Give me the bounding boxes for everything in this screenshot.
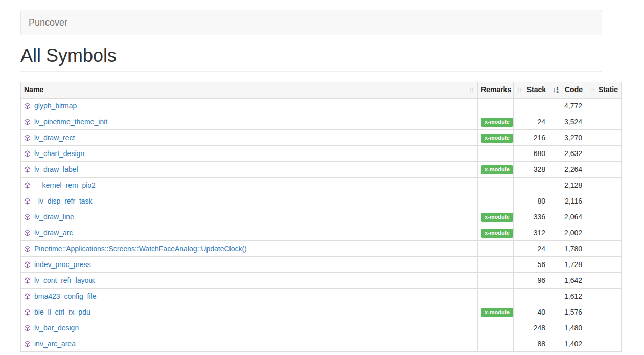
symbol-link[interactable]: _lv_disp_refr_task: [34, 196, 93, 206]
symbol-cube-icon: [24, 182, 31, 189]
column-header-static[interactable]: ↓↑ Static: [586, 82, 622, 98]
static-value: [586, 130, 622, 146]
code-value: 2,264: [549, 162, 586, 178]
stack-value: 328: [514, 162, 549, 178]
static-value: [586, 98, 622, 114]
column-header-name[interactable]: Name ↓↑: [21, 82, 478, 98]
sort-both-icon: ↓↑: [469, 85, 474, 95]
navbar: Puncover: [20, 10, 602, 35]
table-row: lv_draw_line x-module 336 2,064: [21, 209, 622, 225]
static-value: [586, 320, 622, 336]
code-value: 1,480: [549, 320, 586, 336]
symbols-table: Name ↓↑ Remarks ↓↑ Stack ↓za Code: [20, 82, 622, 352]
symbol-link[interactable]: inv_arc_area: [34, 339, 76, 349]
column-header-name-label: Name: [24, 85, 43, 95]
code-value: 2,632: [549, 146, 586, 162]
column-header-code[interactable]: ↓za Code: [549, 82, 586, 98]
stack-value: 24: [514, 241, 549, 257]
table-row: lv_chart_design 680 2,632: [21, 146, 622, 162]
sort-both-icon: ↓↑: [589, 85, 595, 95]
symbol-cube-icon: [24, 214, 31, 220]
page-container: Puncover All Symbols: [20, 10, 602, 72]
symbol-link[interactable]: lv_draw_label: [34, 165, 78, 174]
symbol-cube-icon: [24, 341, 31, 347]
code-value: 2,002: [549, 225, 586, 241]
table-row: bma423_config_file 1,612: [21, 289, 622, 304]
symbol-link[interactable]: indev_proc_press: [34, 260, 91, 270]
symbol-link[interactable]: ble_ll_ctrl_rx_pdu: [34, 307, 90, 317]
code-value: 1,728: [549, 257, 586, 273]
symbol-cube-icon: [24, 166, 31, 173]
static-value: [586, 146, 622, 162]
symbol-link[interactable]: lv_draw_rect: [34, 133, 75, 143]
static-value: [586, 257, 622, 273]
symbol-cube-icon: [24, 325, 31, 331]
stack-value: 40: [514, 304, 549, 320]
symbol-cube-icon: [24, 119, 31, 125]
table-row: __kernel_rem_pio2 2,128: [21, 178, 622, 193]
table-header-row: Name ↓↑ Remarks ↓↑ Stack ↓za Code: [21, 82, 622, 98]
symbol-link[interactable]: lv_pinetime_theme_init: [34, 117, 107, 127]
table-row: Pinetime::Applications::Screens::WatchFa…: [21, 241, 622, 257]
symbol-link[interactable]: __kernel_rem_pio2: [34, 181, 96, 190]
stack-value: [514, 289, 549, 304]
symbol-cube-icon: [24, 150, 31, 157]
sort-both-icon: ↓↑: [517, 85, 522, 95]
symbol-link[interactable]: glyph_bitmap: [34, 101, 77, 111]
symbol-cube-icon: [24, 261, 31, 268]
static-value: [586, 114, 622, 130]
symbol-cube-icon: [24, 277, 31, 284]
stack-value: [514, 98, 549, 114]
stack-value: 88: [514, 336, 549, 352]
stack-value: 312: [514, 225, 549, 241]
code-value: 1,402: [549, 336, 586, 352]
symbol-link[interactable]: bma423_config_file: [34, 292, 96, 301]
stack-value: 80: [514, 193, 549, 209]
xmodule-badge: x-module: [481, 213, 513, 222]
code-value: 1,642: [549, 273, 586, 289]
symbol-cube-icon: [24, 103, 31, 109]
static-value: [586, 304, 622, 320]
column-header-stack[interactable]: ↓↑ Stack: [514, 82, 549, 98]
symbol-link[interactable]: lv_bar_design: [34, 323, 79, 333]
navbar-brand[interactable]: Puncover: [21, 10, 75, 35]
xmodule-badge: x-module: [481, 134, 513, 143]
column-header-remarks[interactable]: Remarks: [478, 82, 514, 98]
table-row: lv_pinetime_theme_init x-module 24 3,524: [21, 114, 622, 130]
column-header-static-label: Static: [599, 85, 618, 95]
static-value: [586, 193, 622, 209]
symbol-cube-icon: [24, 198, 31, 205]
table-row: glyph_bitmap 4,772: [21, 98, 622, 114]
stack-value: 24: [514, 114, 549, 130]
xmodule-badge: x-module: [481, 229, 513, 238]
symbol-cube-icon: [24, 309, 31, 316]
table-row: lv_cont_refr_layout 96 1,642: [21, 273, 622, 289]
static-value: [586, 225, 622, 241]
code-value: 1,612: [549, 289, 586, 304]
symbol-link[interactable]: lv_draw_line: [34, 212, 74, 222]
sort-desc-icon: ↓za: [553, 85, 559, 95]
stack-value: [514, 178, 549, 193]
symbol-link[interactable]: lv_draw_arc: [34, 228, 73, 238]
column-header-remarks-label: Remarks: [481, 85, 511, 94]
code-value: 4,772: [549, 98, 586, 114]
code-value: 1,780: [549, 241, 586, 257]
static-value: [586, 209, 622, 225]
static-value: [586, 162, 622, 178]
symbol-link[interactable]: lv_chart_design: [34, 149, 84, 159]
symbol-link[interactable]: Pinetime::Applications::Screens::WatchFa…: [34, 244, 247, 254]
table-row: _lv_disp_refr_task 80 2,116: [21, 193, 622, 209]
static-value: [586, 273, 622, 289]
stack-value: 96: [514, 273, 549, 289]
symbol-cube-icon: [24, 135, 31, 141]
xmodule-badge: x-module: [481, 165, 513, 174]
symbol-link[interactable]: lv_cont_refr_layout: [34, 276, 95, 285]
symbol-cube-icon: [24, 293, 31, 300]
stack-value: 248: [514, 320, 549, 336]
table-row: indev_proc_press 56 1,728: [21, 257, 622, 273]
symbol-cube-icon: [24, 230, 31, 236]
static-value: [586, 336, 622, 352]
stack-value: 680: [514, 146, 549, 162]
table-row: lv_draw_label x-module 328 2,264: [21, 162, 622, 178]
code-value: 1,576: [549, 304, 586, 320]
